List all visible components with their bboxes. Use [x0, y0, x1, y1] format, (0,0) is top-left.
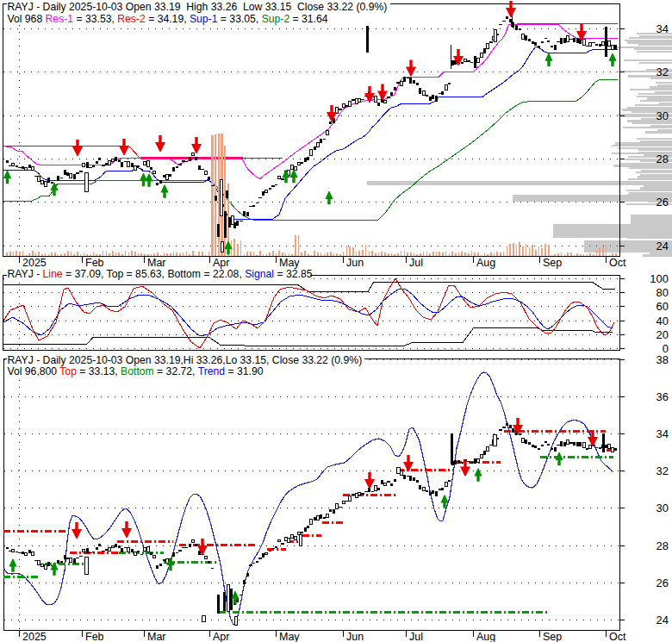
svg-text:Oct: Oct — [609, 631, 626, 642]
svg-text:Jun: Jun — [346, 257, 364, 269]
svg-text:RAYJ - Daily 2025-10-03 Open 3: RAYJ - Daily 2025-10-03 Open 33.19 High … — [8, 1, 388, 13]
svg-text:Vol 968 Res-1 = 33.53, Res-2 =: Vol 968 Res-1 = 33.53, Res-2 = 34.19, Su… — [8, 13, 328, 25]
svg-text:24: 24 — [656, 240, 669, 252]
svg-text:30: 30 — [656, 109, 669, 122]
svg-text:32: 32 — [656, 65, 669, 78]
svg-text:2025: 2025 — [22, 257, 47, 269]
svg-text:Apr: Apr — [213, 257, 229, 269]
svg-text:32: 32 — [656, 464, 669, 477]
svg-text:80: 80 — [656, 286, 669, 299]
svg-text:May: May — [279, 257, 300, 269]
svg-text:Vol 96,800 Top = 33.13, Bottom: Vol 96,800 Top = 33.13, Bottom = 32.72, … — [8, 365, 264, 377]
svg-text:Mar: Mar — [147, 257, 166, 269]
svg-text:RAYJ - Line = 37.09, Top = 85.: RAYJ - Line = 37.09, Top = 85.63, Bottom… — [8, 268, 313, 280]
svg-text:RAYJ - Daily 2025-10-03 Open 3: RAYJ - Daily 2025-10-03 Open 33.19,Hi 33… — [8, 354, 363, 366]
svg-text:26: 26 — [656, 196, 669, 209]
svg-text:34: 34 — [656, 22, 669, 35]
svg-text:Oct: Oct — [609, 257, 626, 269]
svg-text:100: 100 — [650, 272, 669, 285]
svg-text:Apr: Apr — [213, 631, 229, 642]
svg-text:34: 34 — [656, 427, 669, 440]
svg-text:Feb: Feb — [85, 257, 104, 269]
svg-text:30: 30 — [656, 502, 669, 514]
svg-text:Jun: Jun — [346, 631, 364, 642]
svg-text:26: 26 — [656, 577, 669, 589]
svg-text:Sep: Sep — [543, 257, 562, 269]
svg-text:Mar: Mar — [147, 631, 166, 642]
svg-text:20: 20 — [656, 328, 669, 341]
svg-text:2025: 2025 — [22, 631, 47, 642]
svg-text:40: 40 — [656, 315, 669, 327]
svg-text:Jul: Jul — [409, 631, 423, 642]
svg-text:28: 28 — [656, 539, 669, 552]
svg-text:Aug: Aug — [476, 631, 495, 642]
svg-text:Jul: Jul — [409, 257, 423, 269]
svg-text:Sep: Sep — [543, 631, 562, 642]
svg-text:Feb: Feb — [85, 631, 104, 642]
svg-text:May: May — [279, 631, 300, 642]
svg-text:36: 36 — [656, 390, 669, 403]
svg-text:28: 28 — [656, 153, 669, 165]
svg-text:Aug: Aug — [476, 257, 495, 269]
svg-text:24: 24 — [656, 614, 669, 626]
svg-text:60: 60 — [656, 300, 669, 313]
svg-text:38: 38 — [656, 353, 669, 366]
